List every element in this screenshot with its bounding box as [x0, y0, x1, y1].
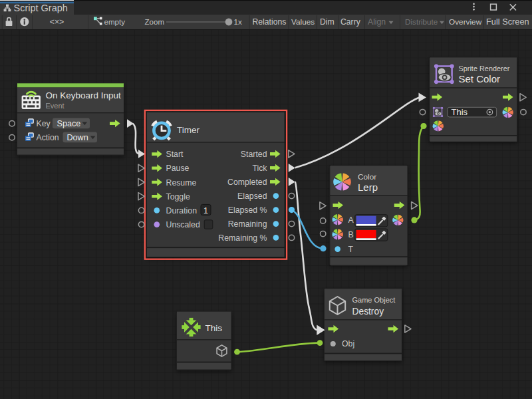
svg-text:Values: Values [291, 17, 315, 27]
svg-text:Started: Started [241, 150, 267, 159]
svg-text:Overview: Overview [449, 17, 482, 27]
svg-text:1x: 1x [234, 17, 242, 26]
svg-text:Duration: Duration [166, 206, 198, 215]
svg-text:Action: Action [37, 133, 59, 142]
svg-text:This: This [205, 323, 223, 333]
svg-text:Full Screen: Full Screen [486, 17, 529, 27]
svg-text:B: B [348, 230, 354, 239]
svg-text:Color: Color [358, 172, 376, 182]
svg-text:Game Object: Game Object [352, 296, 396, 304]
svg-text:Start: Start [166, 150, 184, 159]
svg-text:Carry: Carry [340, 17, 361, 27]
svg-text:T: T [348, 245, 354, 254]
svg-text:Timer: Timer [177, 125, 200, 135]
svg-text:Obj: Obj [342, 339, 354, 348]
svg-text:Destroy: Destroy [352, 307, 384, 317]
svg-text:Unscaled: Unscaled [166, 220, 200, 229]
svg-text:Align: Align [368, 17, 386, 27]
svg-text:Remaining: Remaining [228, 219, 267, 229]
svg-text:Remaining %: Remaining % [218, 233, 267, 243]
svg-text:Elapsed: Elapsed [237, 192, 267, 201]
svg-text:Lerp: Lerp [358, 182, 378, 193]
svg-text:Completed: Completed [227, 178, 267, 187]
svg-text:Set Color: Set Color [459, 73, 501, 84]
svg-text:Event: Event [46, 102, 65, 110]
svg-text:Script Graph: Script Graph [14, 3, 68, 13]
svg-text:On Keyboard Input: On Keyboard Input [46, 90, 122, 100]
svg-text:<×>: <×> [50, 17, 65, 27]
svg-text:Down: Down [67, 133, 88, 142]
svg-text:Elapsed %: Elapsed % [228, 205, 267, 215]
svg-text:Zoom: Zoom [145, 17, 165, 26]
svg-text:Distribute: Distribute [405, 17, 438, 26]
svg-text:Resume: Resume [166, 178, 197, 188]
svg-text:Dim: Dim [320, 17, 334, 27]
svg-text:Relations: Relations [253, 17, 287, 27]
svg-text:Sprite Renderer: Sprite Renderer [459, 65, 510, 72]
svg-text:1: 1 [203, 206, 208, 215]
svg-text:Tick: Tick [252, 164, 267, 173]
svg-text:Space: Space [57, 119, 81, 128]
svg-text:Pause: Pause [166, 164, 190, 173]
svg-text:This: This [452, 107, 468, 117]
svg-text:Key: Key [37, 119, 51, 128]
svg-text:empty: empty [104, 17, 126, 26]
svg-text:Toggle: Toggle [166, 192, 190, 201]
svg-text:A: A [348, 215, 354, 225]
